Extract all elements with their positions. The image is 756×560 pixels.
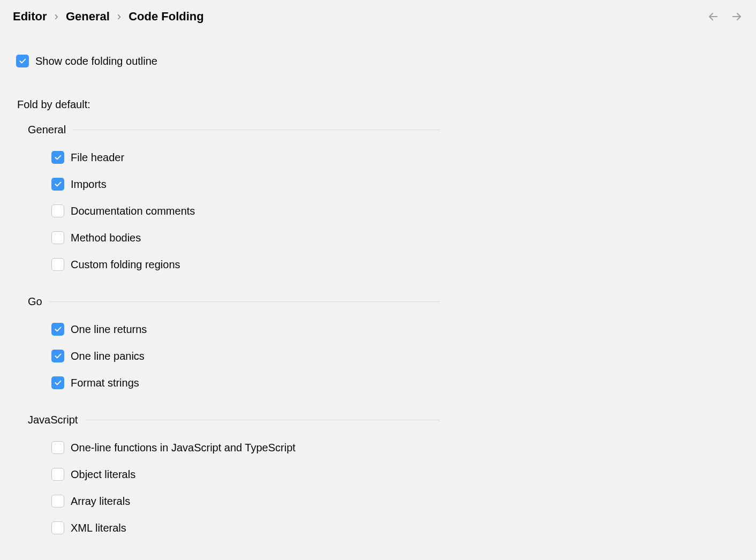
breadcrumb-item-general[interactable]: General	[66, 10, 110, 24]
show-code-folding-outline-row: Show code folding outline	[16, 51, 743, 71]
checkbox-label: Array literals	[71, 495, 130, 508]
checkbox-label: One-line functions in JavaScript and Typ…	[71, 442, 296, 454]
divider	[73, 130, 440, 130]
checkbox-row: One line panics	[51, 346, 440, 366]
checkbox-label: XML literals	[71, 522, 126, 534]
checkbox-label: Format strings	[71, 377, 139, 389]
breadcrumb-item-code-folding: Code Folding	[128, 10, 204, 24]
checkbox-row: Imports	[51, 175, 440, 194]
nav-arrows	[707, 10, 743, 23]
check-icon	[54, 352, 62, 360]
checkbox[interactable]	[51, 468, 64, 481]
arrow-left-icon	[707, 10, 720, 23]
checkbox-row: Method bodies	[51, 228, 440, 247]
breadcrumb: Editor › General › Code Folding	[13, 10, 204, 24]
checkbox[interactable]	[51, 350, 64, 362]
checkbox[interactable]	[51, 521, 64, 534]
checkbox[interactable]	[51, 151, 64, 164]
check-icon	[54, 153, 62, 162]
checkbox[interactable]	[51, 441, 64, 454]
show-code-folding-outline-label: Show code folding outline	[35, 55, 157, 67]
checkbox-label: Documentation comments	[71, 205, 195, 217]
group-header: General	[28, 124, 440, 136]
group-general: GeneralFile headerImportsDocumentation c…	[28, 124, 440, 274]
check-icon	[54, 379, 62, 387]
checkbox-label: Method bodies	[71, 232, 141, 244]
forward-button[interactable]	[730, 10, 743, 23]
checkbox[interactable]	[51, 258, 64, 271]
group-title: Go	[28, 296, 42, 308]
checkbox-row: XML literals	[51, 518, 440, 538]
checkbox-row: Object literals	[51, 465, 440, 484]
header: Editor › General › Code Folding	[13, 10, 743, 24]
checkbox-row: Documentation comments	[51, 201, 440, 221]
checkbox-label: One line returns	[71, 323, 147, 336]
checkbox-label: One line panics	[71, 350, 145, 362]
group-items: One line returnsOne line panicsFormat st…	[51, 320, 440, 392]
fold-by-default-label: Fold by default:	[17, 99, 743, 111]
checkbox-row: File header	[51, 148, 440, 167]
checkbox[interactable]	[51, 376, 64, 389]
back-button[interactable]	[707, 10, 720, 23]
checkbox[interactable]	[51, 205, 64, 217]
checkbox-row: One-line functions in JavaScript and Typ…	[51, 438, 440, 457]
checkbox-label: File header	[71, 152, 124, 164]
breadcrumb-item-editor[interactable]: Editor	[13, 10, 47, 24]
chevron-right-icon: ›	[55, 10, 58, 24]
check-icon	[18, 57, 27, 65]
checkbox[interactable]	[51, 495, 64, 508]
divider	[85, 420, 440, 420]
divider	[50, 301, 440, 302]
group-header: JavaScript	[28, 414, 440, 426]
checkbox-row: Array literals	[51, 491, 440, 511]
check-icon	[54, 180, 62, 188]
group-go: GoOne line returnsOne line panicsFormat …	[28, 296, 440, 392]
checkbox-label: Object literals	[71, 468, 135, 481]
arrow-right-icon	[730, 10, 743, 23]
group-title: JavaScript	[28, 414, 78, 426]
checkbox[interactable]	[51, 231, 64, 244]
chevron-right-icon: ›	[117, 10, 121, 24]
checkbox-row: Custom folding regions	[51, 255, 440, 274]
checkbox-label: Custom folding regions	[71, 259, 180, 271]
group-title: General	[28, 124, 66, 136]
group-javascript: JavaScriptOne-line functions in JavaScri…	[28, 414, 440, 538]
checkbox-label: Imports	[71, 178, 107, 191]
checkbox[interactable]	[51, 178, 64, 191]
show-code-folding-outline-checkbox[interactable]	[16, 55, 29, 67]
group-items: File headerImportsDocumentation comments…	[51, 148, 440, 274]
checkbox[interactable]	[51, 323, 64, 336]
checkbox-row: One line returns	[51, 320, 440, 339]
checkbox-row: Format strings	[51, 373, 440, 392]
check-icon	[54, 325, 62, 334]
group-header: Go	[28, 296, 440, 308]
group-items: One-line functions in JavaScript and Typ…	[51, 438, 440, 538]
